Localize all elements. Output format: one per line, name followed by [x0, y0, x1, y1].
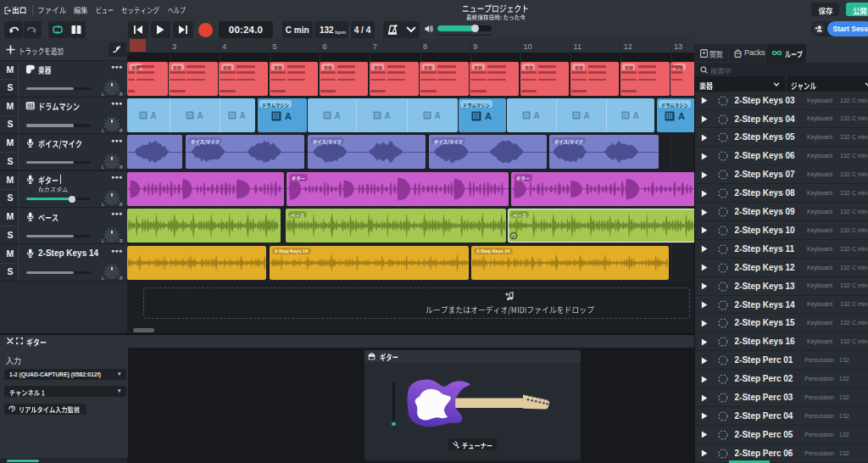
- svg-text:A: A: [384, 111, 390, 120]
- svg-text:A: A: [334, 111, 340, 120]
- svg-text:A: A: [197, 111, 203, 120]
- svg-text:A: A: [285, 111, 292, 121]
- svg-text:A: A: [583, 111, 589, 120]
- svg-text:A: A: [534, 111, 540, 120]
- svg-text:A: A: [678, 111, 685, 121]
- svg-text:A: A: [239, 111, 245, 120]
- svg-text:A: A: [632, 111, 638, 120]
- svg-text:A: A: [151, 111, 157, 120]
- svg-text:A: A: [485, 111, 492, 121]
- svg-text:A: A: [435, 111, 441, 120]
